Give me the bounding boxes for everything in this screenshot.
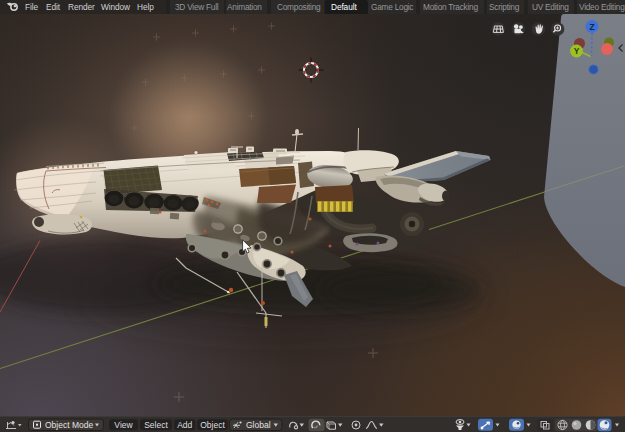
svg-text:Object: Object [200, 420, 225, 430]
svg-text:Global: Global [246, 420, 271, 430]
svg-text:Z: Z [589, 22, 594, 32]
svg-text:Object Mode: Object Mode [45, 420, 93, 430]
svg-text:View: View [114, 420, 133, 430]
svg-text:Y: Y [574, 46, 580, 56]
svg-text:Select: Select [144, 420, 168, 430]
svg-text:Add: Add [177, 420, 192, 430]
